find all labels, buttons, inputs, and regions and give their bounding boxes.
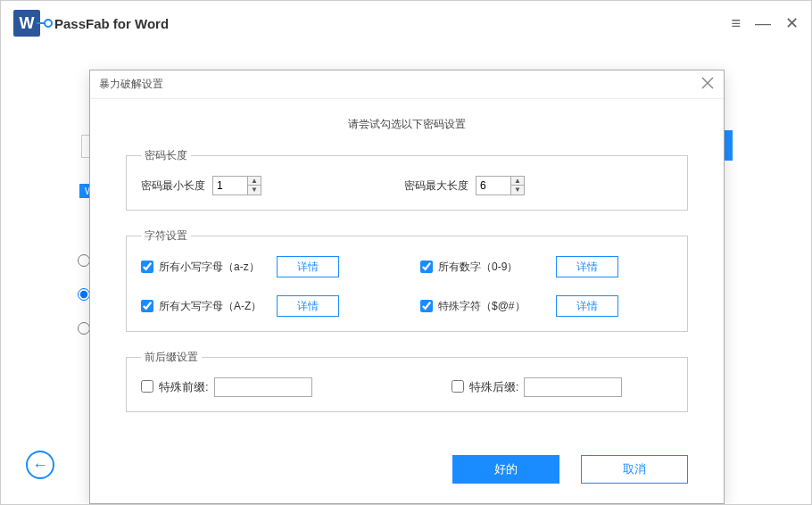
radio-2[interactable] bbox=[78, 288, 90, 301]
suffix-input[interactable] bbox=[524, 377, 622, 397]
svg-point-0 bbox=[45, 20, 52, 27]
prefix-label: 特殊前缀: bbox=[159, 379, 209, 395]
min-up-icon[interactable]: ▲ bbox=[248, 177, 261, 186]
max-length-spinner[interactable]: ▲▼ bbox=[476, 176, 525, 195]
uppercase-detail-button[interactable]: 详情 bbox=[277, 295, 339, 317]
lowercase-checkbox[interactable]: 所有小写字母（a-z） bbox=[141, 260, 266, 275]
suffix-checkbox[interactable] bbox=[452, 380, 464, 395]
lowercase-detail-button[interactable]: 详情 bbox=[277, 256, 339, 277]
app-logo: W PassFab for Word bbox=[13, 6, 169, 40]
digits-detail-button[interactable]: 详情 bbox=[556, 256, 618, 277]
ok-button[interactable]: 好的 bbox=[452, 455, 559, 484]
uppercase-checkbox[interactable]: 所有大写字母（A-Z） bbox=[141, 299, 266, 314]
digits-checkbox[interactable]: 所有数字（0-9） bbox=[420, 260, 545, 275]
special-checkbox[interactable]: 特殊字符（$@#） bbox=[420, 299, 545, 314]
affix-fieldset: 前后缀设置 特殊前缀: 特殊后缀: bbox=[126, 350, 688, 412]
app-title: PassFab for Word bbox=[54, 16, 169, 31]
min-down-icon[interactable]: ▼ bbox=[248, 186, 261, 195]
max-length-label: 密码最大长度 bbox=[404, 178, 468, 194]
special-detail-button[interactable]: 详情 bbox=[556, 295, 618, 317]
dialog-footer: 好的 取消 bbox=[90, 446, 724, 503]
settings-dialog: 暴力破解设置 请尝试勾选以下密码设置 密码长度 密码最小长度 ▲▼ 密码最大长度 bbox=[89, 70, 725, 504]
dialog-hint: 请尝试勾选以下密码设置 bbox=[126, 117, 688, 132]
min-length-spinner[interactable]: ▲▼ bbox=[212, 176, 261, 195]
window-controls: ≡ — ✕ bbox=[731, 13, 799, 33]
close-icon[interactable]: ✕ bbox=[785, 13, 799, 33]
dialog-title: 暴力破解设置 bbox=[99, 77, 163, 92]
dialog-header: 暴力破解设置 bbox=[90, 70, 724, 99]
minimize-icon[interactable]: — bbox=[755, 14, 771, 33]
min-length-label: 密码最小长度 bbox=[141, 178, 205, 194]
app-window: W PassFab for Word ≡ — ✕ D:\ We ← 暴力破解设置… bbox=[0, 0, 812, 505]
length-fieldset: 密码长度 密码最小长度 ▲▼ 密码最大长度 ▲▼ bbox=[126, 148, 688, 211]
min-length-input[interactable] bbox=[212, 176, 248, 195]
dialog-close-icon[interactable] bbox=[700, 76, 715, 93]
menu-icon[interactable]: ≡ bbox=[731, 14, 741, 33]
titlebar: W PassFab for Word ≡ — ✕ bbox=[1, 1, 811, 46]
bg-radios bbox=[78, 254, 90, 335]
cancel-button[interactable]: 取消 bbox=[581, 455, 688, 484]
max-length-input[interactable] bbox=[476, 176, 511, 195]
charset-fieldset: 字符设置 所有小写字母（a-z） 详情 所有数字（0-9） 详情 所有大写字母（… bbox=[126, 228, 688, 332]
max-down-icon[interactable]: ▼ bbox=[511, 186, 524, 195]
radio-3[interactable] bbox=[78, 322, 90, 335]
charset-legend: 字符设置 bbox=[141, 228, 191, 244]
length-legend: 密码长度 bbox=[141, 148, 191, 163]
prefix-input[interactable] bbox=[214, 377, 312, 397]
prefix-checkbox[interactable] bbox=[141, 380, 153, 395]
back-button[interactable]: ← bbox=[26, 451, 54, 479]
suffix-label: 特殊后缀: bbox=[469, 379, 519, 395]
max-up-icon[interactable]: ▲ bbox=[511, 177, 524, 186]
radio-1[interactable] bbox=[78, 254, 90, 267]
affix-legend: 前后缀设置 bbox=[141, 350, 202, 365]
logo-icon: W bbox=[13, 6, 47, 40]
